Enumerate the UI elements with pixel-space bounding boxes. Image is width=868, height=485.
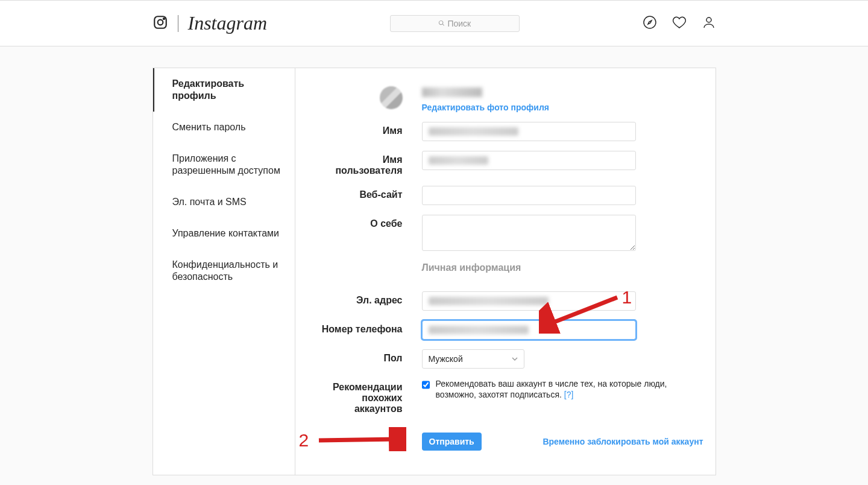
edit-photo-link[interactable]: Редактировать фото профиля — [422, 103, 549, 112]
svg-point-3 — [644, 16, 656, 28]
name-field[interactable] — [422, 122, 636, 141]
label-name: Имя — [319, 122, 422, 136]
annotation-arrow-2 — [316, 427, 406, 451]
settings-sidebar: Редактировать профиль Сменить пароль При… — [153, 68, 295, 475]
chevron-down-icon — [512, 356, 518, 362]
svg-line-6 — [319, 439, 397, 440]
svg-point-4 — [706, 17, 711, 22]
recommend-help-link[interactable]: [?] — [564, 390, 574, 399]
logo-divider — [178, 15, 178, 32]
annotation-number-2: 2 — [299, 430, 309, 451]
search-input[interactable]: Поиск — [390, 15, 520, 32]
search-placeholder: Поиск — [447, 19, 471, 28]
label-bio: О себе — [319, 215, 422, 229]
annotation-number-1: 1 — [622, 287, 632, 308]
recommend-label: Рекомендовать ваш аккаунт в числе тех, н… — [436, 378, 675, 400]
recommend-checkbox[interactable] — [422, 380, 430, 390]
gender-select[interactable]: Мужской — [422, 349, 524, 369]
sidebar-item-manage-contacts[interactable]: Управление контактами — [153, 218, 295, 249]
username-display — [422, 87, 482, 97]
edit-profile-form: Редактировать фото профиля Имя Имя польз… — [295, 68, 715, 475]
label-gender: Пол — [319, 349, 422, 364]
label-website: Веб-сайт — [319, 186, 422, 200]
svg-point-1 — [157, 20, 163, 25]
gender-value: Мужской — [429, 354, 463, 364]
sidebar-item-privacy-security[interactable]: Конфиденциальность и безопасность — [153, 249, 295, 293]
top-nav: Instagram Поиск — [0, 0, 868, 46]
disable-account-link[interactable]: Временно заблокировать мой аккаунт — [542, 437, 703, 446]
username-field[interactable] — [422, 151, 636, 170]
svg-line-5 — [548, 297, 617, 325]
website-field[interactable] — [422, 186, 636, 205]
label-phone: Номер телефона — [319, 320, 422, 335]
svg-point-2 — [163, 18, 164, 19]
settings-container: Редактировать профиль Сменить пароль При… — [153, 68, 716, 475]
label-recommendations: Рекомендации похожих аккаунтов — [319, 378, 422, 414]
avatar[interactable] — [380, 86, 403, 109]
heart-icon[interactable] — [672, 15, 687, 31]
personal-info-subtitle: Личная информация — [422, 262, 636, 273]
sidebar-item-authorized-apps[interactable]: Приложения с разрешенным доступом — [153, 143, 295, 186]
bio-field[interactable] — [422, 215, 636, 251]
label-username: Имя пользователя — [319, 151, 422, 176]
annotation-arrow-1 — [539, 291, 623, 334]
instagram-logo[interactable]: Instagram — [188, 12, 268, 34]
sidebar-item-email-sms[interactable]: Эл. почта и SMS — [153, 186, 295, 218]
sidebar-item-change-password[interactable]: Сменить пароль — [153, 112, 295, 143]
explore-icon[interactable] — [643, 15, 657, 31]
submit-button[interactable]: Отправить — [422, 433, 482, 451]
sidebar-item-edit-profile[interactable]: Редактировать профиль — [153, 68, 295, 112]
label-email: Эл. адрес — [319, 291, 422, 306]
profile-icon[interactable] — [702, 15, 716, 31]
instagram-camera-icon[interactable] — [153, 14, 168, 32]
